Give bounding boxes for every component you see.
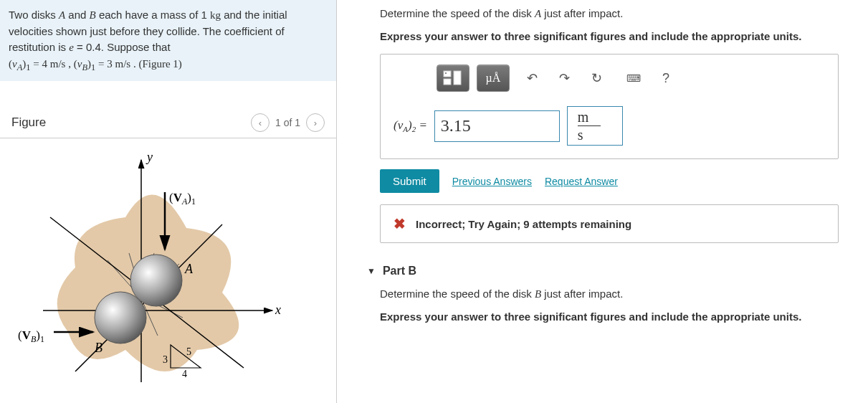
redo-icon[interactable]: ↷ — [559, 70, 570, 86]
templates-icon[interactable] — [437, 65, 469, 92]
part-a-instruction: Express your answer to three significant… — [380, 30, 854, 42]
previous-answers-link[interactable]: Previous Answers — [452, 176, 532, 187]
prev-figure-button[interactable]: ‹ — [251, 113, 270, 132]
svg-point-12 — [130, 255, 182, 306]
collapse-icon[interactable]: ▼ — [367, 266, 376, 276]
request-answer-link[interactable]: Request Answer — [545, 176, 618, 187]
svg-rect-27 — [454, 71, 461, 85]
answer-value-input[interactable] — [434, 110, 560, 142]
problem-statement: Two disks A and B each have a mass of 1 … — [0, 0, 336, 81]
svg-text:B: B — [95, 341, 102, 355]
svg-rect-28 — [445, 72, 447, 74]
submit-button[interactable]: Submit — [380, 169, 439, 193]
units-icon[interactable]: µÅ — [477, 65, 510, 92]
svg-text:y: y — [146, 150, 153, 164]
reset-icon[interactable]: ↻ — [591, 70, 602, 86]
svg-text:3: 3 — [163, 354, 168, 365]
svg-text:(VA)1: (VA)1 — [169, 191, 196, 207]
help-icon[interactable]: ? — [662, 71, 669, 86]
svg-text:4: 4 — [182, 369, 187, 379]
figure-pager: ‹ 1 of 1 › — [251, 113, 325, 132]
next-figure-button[interactable]: › — [306, 113, 325, 132]
svg-text:x: x — [275, 303, 281, 317]
svg-point-13 — [95, 292, 146, 343]
answer-label: (vA)2 = — [394, 118, 427, 133]
part-a-prompt: Determine the speed of the disk A just a… — [380, 7, 854, 20]
figure-title: Figure — [11, 115, 46, 130]
undo-icon[interactable]: ↶ — [527, 70, 538, 86]
feedback-text: Incorrect; Try Again; 9 attempts remaini… — [416, 218, 631, 230]
figure-diagram: y x (VA)1 (VB)1 A B 3 4 5 — [0, 146, 336, 389]
feedback-box: ✖ Incorrect; Try Again; 9 attempts remai… — [380, 204, 839, 243]
part-b-prompt: Determine the speed of the disk B just a… — [380, 288, 854, 300]
answer-box: µÅ ↶ ↷ ↻ ⌨ ? (vA)2 = m s — [380, 54, 839, 159]
part-b-instruction: Express your answer to three significant… — [380, 310, 854, 323]
svg-text:A: A — [184, 262, 194, 276]
part-b-title: Part B — [383, 265, 416, 278]
incorrect-icon: ✖ — [394, 215, 406, 232]
svg-text:5: 5 — [186, 346, 191, 357]
svg-rect-26 — [444, 79, 451, 85]
svg-rect-25 — [444, 71, 451, 77]
answer-unit-input[interactable]: m s — [567, 106, 623, 146]
svg-text:(VB)1: (VB)1 — [18, 328, 44, 344]
keyboard-icon[interactable]: ⌨ — [626, 72, 641, 84]
pager-text: 1 of 1 — [275, 117, 300, 128]
